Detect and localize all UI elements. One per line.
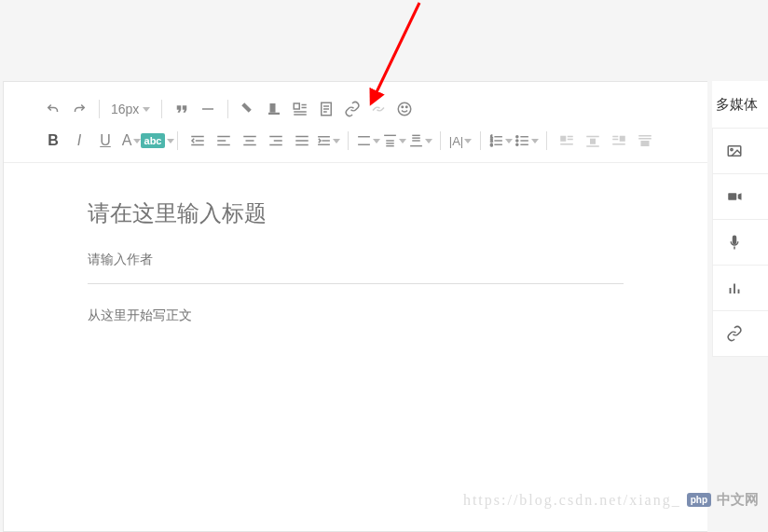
caret-icon (399, 139, 406, 143)
svg-rect-59 (560, 143, 573, 145)
caret-icon (425, 139, 432, 143)
float-center-button[interactable] (581, 129, 605, 153)
body-input[interactable] (88, 307, 624, 322)
side-panel: 多媒体 (712, 81, 768, 357)
separator (480, 131, 481, 150)
separator (440, 131, 441, 150)
media-image-button[interactable] (712, 128, 768, 174)
caret-icon (333, 139, 340, 143)
separator (161, 100, 162, 118)
svg-rect-67 (638, 135, 651, 137)
media-video-button[interactable] (712, 173, 768, 220)
link-button[interactable] (340, 97, 364, 121)
author-input[interactable] (88, 252, 624, 284)
svg-rect-62 (586, 145, 599, 147)
top-gap (0, 0, 768, 81)
underline-button[interactable]: U (93, 129, 117, 153)
float-left-button[interactable] (555, 129, 579, 153)
svg-rect-56 (560, 136, 566, 142)
svg-point-55 (516, 143, 518, 145)
watermark-url: https://blog.csdn.net/xiang_ (463, 492, 681, 509)
svg-rect-63 (620, 136, 625, 142)
svg-rect-65 (612, 139, 618, 141)
media-audio-button[interactable] (712, 219, 768, 266)
svg-point-53 (516, 136, 518, 138)
svg-rect-4 (295, 103, 300, 109)
align-center-button[interactable] (238, 129, 262, 153)
float-right-button[interactable] (607, 129, 631, 153)
emoji-button[interactable] (392, 97, 417, 121)
caret-icon (464, 139, 472, 143)
margin-top-button[interactable] (382, 129, 406, 153)
caret-icon (167, 139, 174, 143)
editor-panel: 16px B I U A abc (3, 81, 707, 532)
caret-icon (143, 107, 150, 112)
redo-button[interactable] (67, 97, 91, 121)
separator (227, 100, 228, 118)
svg-rect-61 (590, 139, 596, 144)
watermark: https://blog.csdn.net/xiang_ php 中文网 (463, 491, 759, 509)
svg-marker-73 (738, 193, 742, 200)
svg-rect-58 (568, 139, 573, 141)
italic-button[interactable]: I (67, 129, 91, 153)
svg-rect-68 (638, 138, 651, 140)
unordered-list-button[interactable] (514, 129, 539, 153)
watermark-cn: 中文网 (717, 491, 759, 509)
margin-bottom-button[interactable] (408, 129, 432, 153)
content-area (4, 163, 707, 351)
svg-rect-57 (568, 136, 573, 138)
separator (177, 131, 178, 150)
side-panel-title: 多媒体 (712, 81, 768, 129)
letter-spacing-button[interactable]: |A| (448, 129, 473, 153)
media-link-button[interactable] (712, 310, 768, 357)
format-brush-button[interactable] (236, 97, 260, 121)
unlink-button[interactable] (366, 97, 391, 121)
caret-icon (505, 139, 513, 143)
line-height-button[interactable] (356, 129, 380, 153)
align-right-button[interactable] (264, 129, 288, 153)
toolbar: 16px B I U A abc (4, 82, 707, 163)
caret-icon (531, 139, 539, 143)
svg-point-71 (731, 148, 733, 150)
php-badge: php (687, 493, 711, 507)
svg-rect-72 (728, 193, 736, 200)
svg-rect-3 (270, 103, 276, 113)
svg-point-14 (402, 106, 404, 108)
highlight-button[interactable]: abc (145, 129, 170, 153)
font-size-value: 16px (111, 102, 139, 116)
svg-point-15 (406, 106, 408, 108)
svg-point-54 (516, 140, 518, 142)
svg-rect-64 (612, 136, 618, 138)
toolbar-row-2: B I U A abc |A| 123 (41, 125, 670, 157)
separator (546, 131, 547, 150)
separator (99, 100, 100, 118)
caret-icon (373, 139, 380, 143)
align-justify-button[interactable] (290, 129, 314, 153)
media-chart-button[interactable] (712, 265, 768, 311)
float-none-button[interactable] (633, 129, 657, 153)
title-input[interactable] (88, 200, 624, 226)
hr-button[interactable] (196, 97, 220, 121)
undo-button[interactable] (41, 97, 65, 121)
indent-button[interactable] (316, 129, 340, 153)
clear-format-button[interactable] (262, 97, 286, 121)
svg-rect-66 (612, 143, 625, 145)
svg-rect-60 (586, 136, 599, 138)
text-doc-button[interactable] (314, 97, 338, 121)
svg-text:3: 3 (490, 143, 493, 147)
highlight-icon: abc (141, 133, 166, 148)
image-float-button[interactable] (288, 97, 312, 121)
separator (348, 131, 349, 150)
font-size-select[interactable]: 16px (107, 102, 154, 116)
outdent-button[interactable] (185, 129, 210, 153)
svg-rect-69 (641, 141, 650, 146)
quote-button[interactable] (170, 97, 194, 121)
align-left-button[interactable] (212, 129, 236, 153)
toolbar-row-1: 16px (41, 93, 670, 125)
ordered-list-button[interactable]: 123 (488, 129, 513, 153)
svg-point-13 (399, 102, 412, 116)
bold-button[interactable]: B (41, 129, 65, 153)
